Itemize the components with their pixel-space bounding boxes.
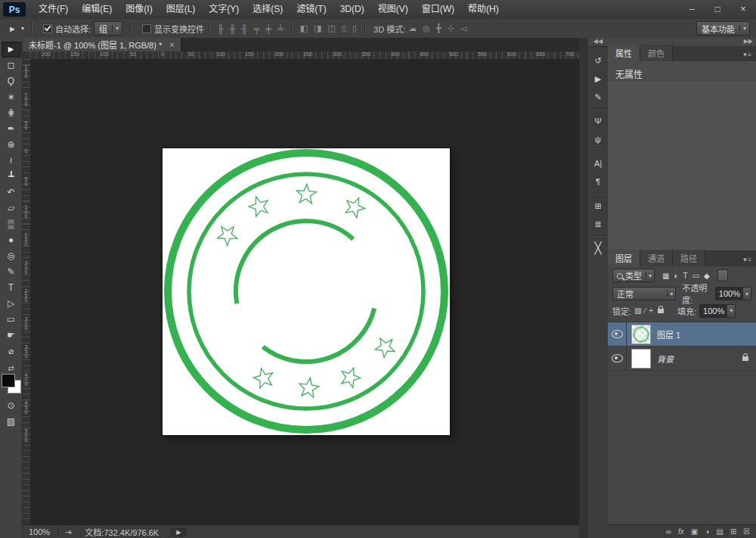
menu-type[interactable]: 文字(Y) xyxy=(202,0,246,19)
tool-preset-arrow-icon[interactable]: ▾ xyxy=(19,25,26,32)
paragraph-panel-icon[interactable]: ¶ xyxy=(590,174,606,189)
new-group-icon[interactable]: ▤ xyxy=(716,527,723,536)
lock-position-icon[interactable]: + xyxy=(649,306,653,315)
tab-paths[interactable]: 路径 xyxy=(673,250,705,266)
tool-move[interactable]: ► xyxy=(2,42,21,58)
layer-style-icon[interactable]: fx xyxy=(678,527,684,536)
panel-menu-icon[interactable]: ▼≡ xyxy=(737,48,756,61)
filter-smart-object-icon[interactable]: ◆ xyxy=(704,272,710,280)
tab-layers[interactable]: 图层 xyxy=(608,250,640,266)
close-button[interactable]: × xyxy=(730,0,756,19)
history-panel-icon[interactable]: ↺ xyxy=(590,53,606,68)
layer-name[interactable]: 图层 1 xyxy=(657,328,680,341)
expand-dock-button[interactable]: ▶▶ xyxy=(744,38,753,45)
blend-mode-dropdown[interactable]: 正常 ▾ xyxy=(612,287,676,300)
opacity-field[interactable]: 100% ▾ xyxy=(715,287,751,300)
brush-presets-panel-icon[interactable]: ψ xyxy=(590,132,606,147)
fill-field[interactable]: 100% ▾ xyxy=(699,304,736,318)
filter-toggle-switch[interactable] xyxy=(717,269,728,281)
layer-thumbnail[interactable] xyxy=(631,325,651,344)
layer-name[interactable]: 背景 xyxy=(657,353,674,365)
tab-color[interactable]: 颜色 xyxy=(640,45,673,61)
align-center-icon[interactable]: ╫ xyxy=(230,24,236,33)
auto-align-icon[interactable]: ▯ xyxy=(352,23,357,33)
menu-window[interactable]: 窗口(W) xyxy=(415,0,461,19)
tool-clone-stamp[interactable]: ┻ xyxy=(2,169,21,185)
tool-rectangular-marquee[interactable]: ◻ xyxy=(2,58,21,73)
show-transform-checkbox[interactable] xyxy=(142,24,151,33)
tool-path-selection[interactable]: ▷ xyxy=(2,296,21,312)
character-panel-icon[interactable]: A| xyxy=(590,156,606,171)
visibility-cell[interactable] xyxy=(608,347,627,370)
tool-magic-wand[interactable]: ∗ xyxy=(2,89,21,105)
tool-gradient[interactable]: ▒ xyxy=(2,216,21,232)
menu-filter[interactable]: 滤镜(T) xyxy=(290,0,333,19)
eye-icon[interactable] xyxy=(612,330,623,338)
maximize-button[interactable]: □ xyxy=(705,0,730,19)
tool-type[interactable]: T xyxy=(2,280,21,296)
tool-eyedropper[interactable]: ✒ xyxy=(2,121,21,137)
tool-history-brush[interactable]: ↶ xyxy=(2,185,21,201)
filter-adjustment-icon[interactable]: ◐ xyxy=(674,272,678,280)
lock-all-icon[interactable] xyxy=(658,309,664,313)
collapse-dock-button[interactable]: ◀◀ xyxy=(588,38,608,47)
3d-pan-icon[interactable]: ╋ xyxy=(436,23,442,33)
lock-transparency-icon[interactable]: ▨ xyxy=(634,306,641,315)
lock-pixels-icon[interactable]: ∕ xyxy=(645,306,646,315)
screen-mode-button[interactable]: ▧ xyxy=(2,414,21,430)
tool-presets-panel-icon[interactable]: Ψ xyxy=(590,114,606,129)
link-layers-icon[interactable]: ∞ xyxy=(666,527,671,536)
actions-panel-icon[interactable]: ▶ xyxy=(590,71,606,86)
adjustment-layer-icon[interactable]: ◑ xyxy=(705,527,709,536)
tool-zoom[interactable]: ⌀ xyxy=(2,344,21,359)
menu-file[interactable]: 文件(F) xyxy=(32,0,75,19)
canvas[interactable] xyxy=(163,148,450,435)
3d-orbit-icon[interactable]: ☁ xyxy=(408,23,417,33)
notes-panel-icon[interactable]: ✎ xyxy=(590,89,606,104)
3d-roll-icon[interactable]: ◎ xyxy=(423,23,430,33)
menu-view[interactable]: 视图(V) xyxy=(371,0,415,19)
layer-comps-panel-icon[interactable]: ⊞ xyxy=(590,198,606,213)
tool-pen[interactable]: ✎ xyxy=(2,264,21,280)
align-top-icon[interactable]: ╤ xyxy=(253,24,259,33)
menu-edit[interactable]: 编辑(E) xyxy=(75,0,119,19)
layer-thumbnail[interactable] xyxy=(631,349,651,369)
layer-mask-icon[interactable]: ▣ xyxy=(691,527,698,536)
menu-help[interactable]: 帮助(H) xyxy=(461,0,506,19)
panel-menu-icon[interactable]: ▼≡ xyxy=(737,253,756,266)
minimize-button[interactable]: – xyxy=(679,0,705,19)
distribute-center-icon[interactable]: ◨ xyxy=(314,23,321,33)
align-right-icon[interactable]: ╢ xyxy=(242,24,248,33)
eye-icon[interactable] xyxy=(612,354,623,362)
align-middle-icon[interactable]: ╪ xyxy=(265,24,271,33)
tab-properties[interactable]: 属性 xyxy=(608,45,640,61)
auto-select-checkbox[interactable] xyxy=(43,24,52,33)
3d-slide-icon[interactable]: ⊹ xyxy=(448,23,454,33)
tool-lasso[interactable]: Ϙ xyxy=(2,73,21,89)
filter-type-dropdown[interactable]: 类型 ▾ xyxy=(612,269,655,282)
paragraph-styles-panel-icon[interactable]: ≣ xyxy=(590,216,606,232)
layer-row-background[interactable]: 背景 xyxy=(608,347,756,371)
filter-pixel-icon[interactable]: ▦ xyxy=(662,272,669,280)
tool-blur[interactable]: ● xyxy=(2,232,21,248)
status-options-arrow[interactable]: ▶ xyxy=(171,528,186,536)
tool-healing-brush[interactable]: ⊕ xyxy=(2,137,21,153)
new-layer-icon[interactable]: ⊞ xyxy=(730,527,736,536)
visibility-cell[interactable] xyxy=(608,322,627,346)
filter-type-icon[interactable]: T xyxy=(683,272,688,280)
tab-channels[interactable]: 通道 xyxy=(640,250,673,266)
filter-shape-icon[interactable]: ▭ xyxy=(692,272,699,280)
distribute-top-icon[interactable]: ▯ xyxy=(342,23,346,33)
extensions-panel-icon[interactable]: ╳ xyxy=(590,241,606,256)
workspace-dropdown[interactable]: 基本功能 ▾ xyxy=(696,21,750,36)
align-bottom-icon[interactable]: ╧ xyxy=(277,24,284,33)
align-left-icon[interactable]: ╟ xyxy=(218,24,224,33)
auto-select-dropdown[interactable]: 组 ▾ xyxy=(94,21,122,36)
delete-layer-icon[interactable]: ☒ xyxy=(743,527,750,536)
menu-select[interactable]: 选择(S) xyxy=(246,0,290,19)
layer-row-layer1[interactable]: 图层 1 xyxy=(608,322,756,347)
distribute-left-icon[interactable]: ◧ xyxy=(300,23,308,33)
tool-crop[interactable]: ⋕ xyxy=(2,105,21,121)
menu-3d[interactable]: 3D(D) xyxy=(333,0,371,19)
quick-mask-button[interactable]: ⊙ xyxy=(2,398,21,414)
